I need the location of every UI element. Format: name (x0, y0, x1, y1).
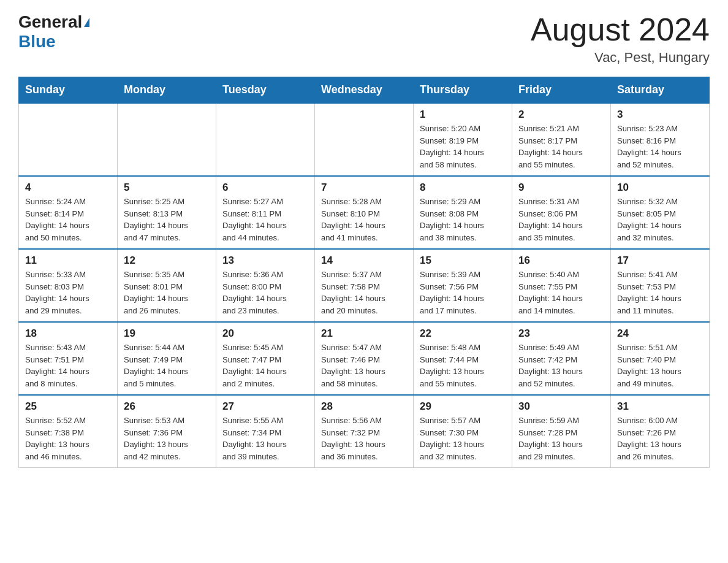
day-of-week-header: Sunday (19, 77, 118, 104)
day-of-week-header: Thursday (414, 77, 512, 104)
calendar-day-cell: 16Sunrise: 5:40 AM Sunset: 7:55 PM Dayli… (512, 249, 611, 322)
day-number: 11 (25, 255, 111, 267)
calendar-header-row: SundayMondayTuesdayWednesdayThursdayFrid… (19, 77, 710, 104)
logo-blue-text: Blue (18, 32, 56, 52)
calendar-day-cell: 1Sunrise: 5:20 AM Sunset: 8:19 PM Daylig… (414, 103, 512, 176)
calendar-day-cell: 6Sunrise: 5:27 AM Sunset: 8:11 PM Daylig… (216, 176, 315, 249)
calendar-day-cell: 26Sunrise: 5:53 AM Sunset: 7:36 PM Dayli… (118, 395, 216, 468)
logo-triangle-icon (84, 18, 89, 27)
day-info: Sunrise: 5:27 AM Sunset: 8:11 PM Dayligh… (222, 196, 308, 243)
day-info: Sunrise: 5:51 AM Sunset: 7:40 PM Dayligh… (617, 342, 703, 389)
day-info: Sunrise: 5:59 AM Sunset: 7:28 PM Dayligh… (518, 415, 604, 462)
day-info: Sunrise: 5:43 AM Sunset: 7:51 PM Dayligh… (25, 342, 111, 389)
day-number: 29 (420, 400, 506, 413)
day-number: 10 (617, 182, 703, 194)
day-info: Sunrise: 5:57 AM Sunset: 7:30 PM Dayligh… (420, 415, 506, 462)
day-number: 21 (321, 327, 407, 340)
calendar-day-cell: 12Sunrise: 5:35 AM Sunset: 8:01 PM Dayli… (118, 249, 216, 322)
calendar-day-cell: 8Sunrise: 5:29 AM Sunset: 8:08 PM Daylig… (414, 176, 512, 249)
day-info: Sunrise: 5:40 AM Sunset: 7:55 PM Dayligh… (518, 269, 604, 316)
day-of-week-header: Friday (512, 77, 611, 104)
day-info: Sunrise: 5:48 AM Sunset: 7:44 PM Dayligh… (420, 342, 506, 389)
month-title: August 2024 (531, 12, 710, 47)
day-of-week-header: Wednesday (315, 77, 414, 104)
day-number: 7 (321, 182, 407, 194)
day-number: 5 (124, 182, 210, 194)
day-number: 8 (420, 182, 506, 194)
day-number: 14 (321, 255, 407, 267)
day-info: Sunrise: 5:55 AM Sunset: 7:34 PM Dayligh… (222, 415, 308, 462)
calendar-day-cell: 29Sunrise: 5:57 AM Sunset: 7:30 PM Dayli… (414, 395, 512, 468)
calendar-day-cell: 19Sunrise: 5:44 AM Sunset: 7:49 PM Dayli… (118, 322, 216, 395)
calendar-day-cell (315, 103, 414, 176)
calendar-week-row: 18Sunrise: 5:43 AM Sunset: 7:51 PM Dayli… (19, 322, 710, 395)
calendar-day-cell: 24Sunrise: 5:51 AM Sunset: 7:40 PM Dayli… (611, 322, 710, 395)
day-info: Sunrise: 5:37 AM Sunset: 7:58 PM Dayligh… (321, 269, 407, 316)
day-info: Sunrise: 5:47 AM Sunset: 7:46 PM Dayligh… (321, 342, 407, 389)
day-info: Sunrise: 5:32 AM Sunset: 8:05 PM Dayligh… (617, 196, 703, 243)
day-info: Sunrise: 5:52 AM Sunset: 7:38 PM Dayligh… (25, 415, 111, 462)
day-number: 19 (124, 327, 210, 340)
day-info: Sunrise: 5:23 AM Sunset: 8:16 PM Dayligh… (617, 123, 703, 170)
logo: General Blue (18, 12, 89, 52)
day-number: 26 (124, 400, 210, 413)
day-number: 9 (518, 182, 604, 194)
day-info: Sunrise: 6:00 AM Sunset: 7:26 PM Dayligh… (617, 415, 703, 462)
page-header: General Blue August 2024 Vac, Pest, Hung… (18, 12, 710, 66)
calendar-day-cell: 13Sunrise: 5:36 AM Sunset: 8:00 PM Dayli… (216, 249, 315, 322)
calendar-day-cell: 30Sunrise: 5:59 AM Sunset: 7:28 PM Dayli… (512, 395, 611, 468)
calendar-day-cell: 22Sunrise: 5:48 AM Sunset: 7:44 PM Dayli… (414, 322, 512, 395)
calendar-day-cell: 4Sunrise: 5:24 AM Sunset: 8:14 PM Daylig… (19, 176, 118, 249)
calendar-table: SundayMondayTuesdayWednesdayThursdayFrid… (18, 77, 710, 468)
calendar-week-row: 1Sunrise: 5:20 AM Sunset: 8:19 PM Daylig… (19, 103, 710, 176)
day-info: Sunrise: 5:24 AM Sunset: 8:14 PM Dayligh… (25, 196, 111, 243)
calendar-day-cell: 3Sunrise: 5:23 AM Sunset: 8:16 PM Daylig… (611, 103, 710, 176)
day-info: Sunrise: 5:56 AM Sunset: 7:32 PM Dayligh… (321, 415, 407, 462)
day-number: 17 (617, 255, 703, 267)
day-info: Sunrise: 5:20 AM Sunset: 8:19 PM Dayligh… (420, 123, 506, 170)
day-number: 22 (420, 327, 506, 340)
day-info: Sunrise: 5:45 AM Sunset: 7:47 PM Dayligh… (222, 342, 308, 389)
day-number: 31 (617, 400, 703, 413)
day-info: Sunrise: 5:41 AM Sunset: 7:53 PM Dayligh… (617, 269, 703, 316)
day-info: Sunrise: 5:28 AM Sunset: 8:10 PM Dayligh… (321, 196, 407, 243)
calendar-day-cell: 17Sunrise: 5:41 AM Sunset: 7:53 PM Dayli… (611, 249, 710, 322)
day-info: Sunrise: 5:31 AM Sunset: 8:06 PM Dayligh… (518, 196, 604, 243)
title-block: August 2024 Vac, Pest, Hungary (531, 12, 710, 66)
calendar-week-row: 11Sunrise: 5:33 AM Sunset: 8:03 PM Dayli… (19, 249, 710, 322)
day-number: 13 (222, 255, 308, 267)
calendar-week-row: 4Sunrise: 5:24 AM Sunset: 8:14 PM Daylig… (19, 176, 710, 249)
day-info: Sunrise: 5:29 AM Sunset: 8:08 PM Dayligh… (420, 196, 506, 243)
calendar-day-cell: 28Sunrise: 5:56 AM Sunset: 7:32 PM Dayli… (315, 395, 414, 468)
day-info: Sunrise: 5:53 AM Sunset: 7:36 PM Dayligh… (124, 415, 210, 462)
day-number: 20 (222, 327, 308, 340)
day-info: Sunrise: 5:49 AM Sunset: 7:42 PM Dayligh… (518, 342, 604, 389)
calendar-day-cell (118, 103, 216, 176)
calendar-day-cell: 23Sunrise: 5:49 AM Sunset: 7:42 PM Dayli… (512, 322, 611, 395)
day-info: Sunrise: 5:21 AM Sunset: 8:17 PM Dayligh… (518, 123, 604, 170)
day-number: 25 (25, 400, 111, 413)
day-of-week-header: Saturday (611, 77, 710, 104)
calendar-day-cell: 7Sunrise: 5:28 AM Sunset: 8:10 PM Daylig… (315, 176, 414, 249)
day-number: 1 (420, 109, 506, 121)
calendar-day-cell: 15Sunrise: 5:39 AM Sunset: 7:56 PM Dayli… (414, 249, 512, 322)
location-title: Vac, Pest, Hungary (531, 50, 710, 66)
calendar-day-cell: 20Sunrise: 5:45 AM Sunset: 7:47 PM Dayli… (216, 322, 315, 395)
day-number: 3 (617, 109, 703, 121)
day-number: 4 (25, 182, 111, 194)
day-number: 2 (518, 109, 604, 121)
calendar-day-cell (19, 103, 118, 176)
calendar-day-cell: 9Sunrise: 5:31 AM Sunset: 8:06 PM Daylig… (512, 176, 611, 249)
day-info: Sunrise: 5:33 AM Sunset: 8:03 PM Dayligh… (25, 269, 111, 316)
day-info: Sunrise: 5:36 AM Sunset: 8:00 PM Dayligh… (222, 269, 308, 316)
day-number: 23 (518, 327, 604, 340)
day-number: 16 (518, 255, 604, 267)
calendar-day-cell: 25Sunrise: 5:52 AM Sunset: 7:38 PM Dayli… (19, 395, 118, 468)
calendar-day-cell: 18Sunrise: 5:43 AM Sunset: 7:51 PM Dayli… (19, 322, 118, 395)
day-info: Sunrise: 5:25 AM Sunset: 8:13 PM Dayligh… (124, 196, 210, 243)
calendar-day-cell: 27Sunrise: 5:55 AM Sunset: 7:34 PM Dayli… (216, 395, 315, 468)
logo-general-text: General (18, 12, 82, 32)
day-of-week-header: Tuesday (216, 77, 315, 104)
day-number: 15 (420, 255, 506, 267)
calendar-day-cell: 11Sunrise: 5:33 AM Sunset: 8:03 PM Dayli… (19, 249, 118, 322)
